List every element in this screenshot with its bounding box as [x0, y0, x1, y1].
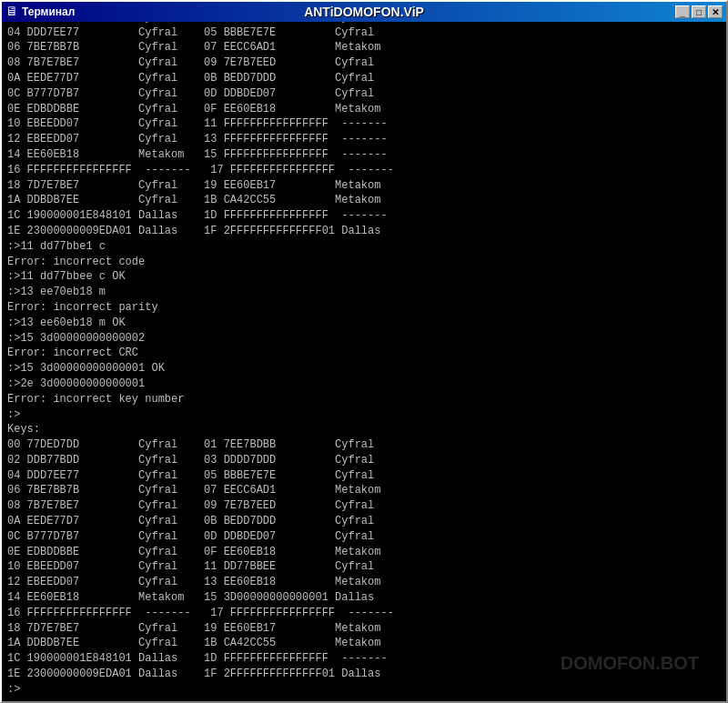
terminal-line: :> [7, 682, 721, 698]
terminal-line: 02 DDB77BDD Cyfral 03 DDDD7DDD Cyfral [7, 453, 721, 468]
terminal-line: 00 77DED7DD Cyfral 01 7EE7BDBB Cyfral [7, 437, 721, 453]
terminal-content[interactable]: *** Cyfral-Metakom-Dallas key emulator *… [2, 22, 726, 701]
window-controls: _ □ ✕ [675, 5, 723, 18]
window: 🖥 Терминал ANTiDOMOFON.ViP _ □ ✕ *** Cyf… [0, 0, 728, 703]
terminal-line: 0E EDBDDBBE Cyfral 0F EE60EB18 Metakom [7, 102, 721, 117]
terminal-line: 06 7BE7BB7B Cyfral 07 EECC6AD1 Metakom [7, 483, 721, 498]
terminal-icon: 🖥 [5, 5, 18, 19]
terminal-line: 14 EE60EB18 Metakom 15 3D00000000000001 … [7, 590, 721, 606]
terminal-line: 06 7BE7BB7B Cyfral 07 EECC6AD1 Metakom [7, 40, 721, 55]
terminal-line: 0E EDBDDBBE Cyfral 0F EE60EB18 Metakom [7, 545, 721, 560]
minimize-button[interactable]: _ [675, 5, 690, 18]
terminal-line: 04 DDD7EE77 Cyfral 05 BBBE7E7E Cyfral [7, 25, 721, 41]
terminal-line: 1E 23000000009EDA01 Dallas 1F 2FFFFFFFFF… [7, 667, 721, 682]
terminal-line: 0A EEDE77D7 Cyfral 0B BEDD7DDD Cyfral [7, 514, 721, 529]
terminal-line: 18 7D7E7BE7 Cyfral 19 EE60EB17 Metakom [7, 621, 721, 637]
terminal-line: 10 EBEEDD07 Cyfral 11 FFFFFFFFFFFFFFFF -… [7, 116, 721, 132]
terminal-line: 1A DDBDB7EE Cyfral 1B CA42CC55 Metakom [7, 193, 721, 208]
terminal-line: 12 EBEEDD07 Cyfral 13 FFFFFFFFFFFFFFFF -… [7, 132, 721, 147]
terminal-line: :>2e 3d00000000000001 [7, 377, 721, 392]
terminal-line: 0C B777D7B7 Cyfral 0D DDBDED07 Cyfral [7, 86, 721, 102]
terminal-line: 18 7D7E7BE7 Cyfral 19 EE60EB17 Metakom [7, 178, 721, 194]
terminal-line: 1A DDBDB7EE Cyfral 1B CA42CC55 Metakom [7, 636, 721, 651]
terminal-line: 16 FFFFFFFFFFFFFFFF ------- 17 FFFFFFFFF… [7, 163, 721, 178]
terminal-line: 1C 190000001E848101 Dallas 1D FFFFFFFFFF… [7, 651, 721, 667]
terminal-wrapper: *** Cyfral-Metakom-Dallas key emulator *… [2, 22, 726, 701]
terminal-line: 10 EBEEDD07 Cyfral 11 DD77BBEE Cyfral [7, 559, 721, 575]
title-bar-left: 🖥 Терминал [5, 5, 75, 19]
terminal-line: Error: incorrect CRC [7, 346, 721, 361]
terminal-line: :>11 dd77bbe1 c [7, 239, 721, 255]
terminal-line: :>13 ee60eb18 m OK [7, 316, 721, 331]
app-title: ANTiDOMOFON.ViP [304, 5, 424, 19]
terminal-line: 14 EE60EB18 Metakom 15 FFFFFFFFFFFFFFFF … [7, 147, 721, 163]
terminal-line: :>11 dd77bbee c OK [7, 269, 721, 285]
terminal-line: 0C B777D7B7 Cyfral 0D DDBDED07 Cyfral [7, 529, 721, 545]
title-bar: 🖥 Терминал ANTiDOMOFON.ViP _ □ ✕ [2, 2, 726, 22]
terminal-line: :>15 3d00000000000002 [7, 331, 721, 346]
terminal-line: 1E 23000000009EDA01 Dallas 1F 2FFFFFFFFF… [7, 224, 721, 239]
window-title: Терминал [22, 5, 75, 18]
terminal-line: Error: incorrect key number [7, 392, 721, 407]
terminal-line: :>15 3d00000000000001 OK [7, 361, 721, 377]
close-button[interactable]: ✕ [708, 5, 723, 18]
terminal-line: Error: incorrect code [7, 255, 721, 270]
terminal-line: :> [7, 407, 721, 423]
terminal-line: 16 FFFFFFFFFFFFFFFF ------- 17 FFFFFFFFF… [7, 606, 721, 621]
terminal-line: 08 7B7E7BE7 Cyfral 09 7E7B7EED Cyfral [7, 55, 721, 71]
terminal-line: :>13 ee70eb18 m [7, 285, 721, 300]
terminal-line: 08 7B7E7BE7 Cyfral 09 7E7B7EED Cyfral [7, 498, 721, 514]
maximize-button[interactable]: □ [692, 5, 706, 18]
terminal-line: 0A EEDE77D7 Cyfral 0B BEDD7DDD Cyfral [7, 71, 721, 86]
terminal-line: 04 DDD7EE77 Cyfral 05 BBBE7E7E Cyfral [7, 468, 721, 484]
terminal-line: 12 EBEEDD07 Cyfral 13 EE60EB18 Metakom [7, 575, 721, 590]
terminal-line: Error: incorrect parity [7, 300, 721, 316]
terminal-line: Keys: [7, 422, 721, 437]
terminal-line: 1C 190000001E848101 Dallas 1D FFFFFFFFFF… [7, 208, 721, 224]
